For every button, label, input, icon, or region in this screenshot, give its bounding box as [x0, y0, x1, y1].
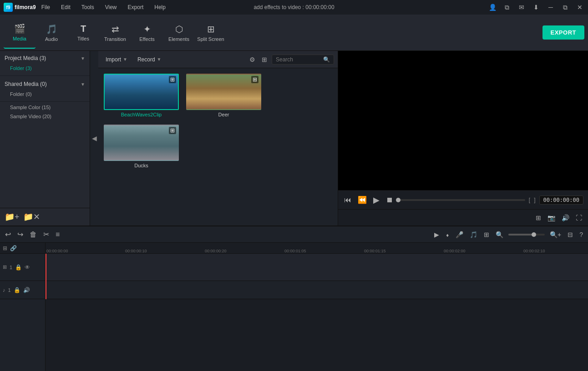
minimize-button[interactable]: ─	[546, 3, 555, 12]
audio-track-1-row[interactable]	[46, 281, 588, 299]
collapse-panel-button[interactable]: ◀	[90, 51, 98, 226]
sidebar-item-sample-color[interactable]: Sample Color (15)	[0, 103, 90, 112]
app-logo: f9 filmora9	[4, 3, 36, 12]
ruler-mark-3: 00:00:01:05	[284, 249, 306, 253]
redo-button[interactable]: ↪	[16, 229, 25, 240]
import-chevron: ▼	[123, 57, 127, 62]
media-item-beach[interactable]: ⊞ BeachWaves2Clip	[104, 74, 179, 117]
toolbar-item-titles[interactable]: T Titles	[67, 17, 99, 49]
video-track-1-visible[interactable]: 👁	[25, 264, 30, 271]
adjust-button[interactable]: ≡	[54, 229, 61, 240]
titles-icon: T	[81, 24, 86, 34]
transition-label: Transition	[104, 36, 126, 42]
search-box: 🔍	[272, 55, 334, 65]
timeline-play-button[interactable]: ▶	[433, 230, 441, 240]
timeline-insert-button[interactable]: ⊞	[482, 230, 491, 240]
preview-fullscreen-button[interactable]: ⛶	[574, 213, 583, 223]
preview-toolbar: ⊞ 📷 🔊 ⛶	[338, 209, 588, 226]
toolbar-item-split-screen[interactable]: ⊞ Split Screen	[195, 17, 227, 49]
mail-icon[interactable]: ✉	[517, 3, 526, 12]
video-track-1-lock[interactable]: 🔒	[15, 264, 22, 271]
restore-button[interactable]: ⧉	[561, 3, 570, 12]
timeline-track-labels: ⊞ 🔗 ⊞ 1 🔒 👁 ♪ 1 🔒 🔊	[0, 243, 46, 371]
project-media-header[interactable]: Project Media (3) ▼	[0, 53, 90, 64]
timeline-zoom-out-button[interactable]: 🔍	[494, 230, 505, 240]
video-track-1-row[interactable]	[46, 254, 588, 281]
preview-screen-mode-button[interactable]: ⊞	[534, 213, 542, 223]
timeline-mic-button[interactable]: 🎤	[454, 230, 465, 240]
filter-icon[interactable]: ⚙	[248, 54, 257, 65]
add-folder-button[interactable]: 📁+	[5, 212, 20, 222]
menu-edit[interactable]: Edit	[59, 3, 72, 11]
titles-label: Titles	[77, 36, 89, 41]
toolbar-item-transition[interactable]: ⇄ Transition	[99, 17, 131, 49]
menu-file[interactable]: File	[40, 3, 52, 11]
timeline-zoom-in-button[interactable]: 🔍+	[548, 230, 563, 240]
sidebar-divider-2	[0, 101, 90, 102]
record-label: Record	[137, 56, 155, 63]
audio-track-1-sound[interactable]: 🔊	[23, 287, 30, 293]
preview-progress-bar[interactable]	[398, 199, 525, 201]
toolbar-item-audio[interactable]: 🎵 Audio	[35, 17, 67, 49]
menu-export[interactable]: Export	[126, 3, 146, 11]
menu-help[interactable]: Help	[152, 3, 167, 11]
preview-snapshot-button[interactable]: 📷	[546, 213, 557, 223]
timeline-snap-button[interactable]: ⊞	[3, 245, 7, 251]
preview-progress-dot	[396, 198, 400, 202]
project-media-section: Project Media (3) ▼ Folder (3)	[0, 51, 90, 75]
preview-skip-back-button[interactable]: ⏮	[343, 195, 353, 206]
menu-tools[interactable]: Tools	[80, 3, 96, 11]
sidebar-item-folder-3[interactable]: Folder (3)	[0, 64, 90, 73]
export-button[interactable]: EXPORT	[542, 25, 584, 40]
effects-label: Effects	[139, 36, 154, 42]
record-button[interactable]: Record ▼	[134, 55, 165, 65]
timeline-tracks-area[interactable]: 00:00:00:00 00:00:00:10 00:00:00:20 00:0…	[46, 243, 588, 371]
toolbar-item-media[interactable]: 🎬 Media	[4, 17, 35, 49]
preview-controls: ⏮ ⏪ ▶ ⏹ [ ] 00:00:00:00	[338, 190, 588, 209]
delete-folder-button[interactable]: 📁✕	[23, 212, 40, 222]
elements-label: Elements	[168, 36, 189, 42]
media-label: Media	[13, 36, 26, 41]
import-button[interactable]: Import ▼	[102, 55, 131, 65]
timeline-link-button[interactable]: 🔗	[10, 245, 17, 251]
screens-icon[interactable]: ⧉	[502, 3, 512, 12]
shared-media-header[interactable]: Shared Media (0) ▼	[0, 79, 90, 90]
close-button[interactable]: ✕	[575, 3, 584, 12]
media-thumb-beach: ⊞	[104, 74, 179, 110]
elements-icon: ⬡	[175, 24, 183, 35]
titlebar-right: 👤 ⧉ ✉ ⬇ ─ ⧉ ✕	[488, 3, 584, 12]
cut-button[interactable]: ✂	[42, 229, 51, 240]
shared-media-section: Shared Media (0) ▼ Folder (0)	[0, 77, 90, 100]
timeline-help-button[interactable]: ?	[578, 230, 584, 240]
download-icon[interactable]: ⬇	[532, 3, 541, 12]
timeline-zoom-slider[interactable]	[508, 234, 545, 236]
undo-button[interactable]: ↩	[4, 229, 12, 240]
timeline-audio-button[interactable]: 🎵	[468, 230, 479, 240]
toolbar-item-elements[interactable]: ⬡ Elements	[163, 17, 195, 49]
menu-view[interactable]: View	[103, 3, 119, 11]
grid-view-icon[interactable]: ⊞	[260, 54, 269, 65]
user-icon[interactable]: 👤	[488, 3, 497, 12]
beach-grid-icon: ⊞	[169, 76, 176, 83]
delete-button[interactable]: 🗑	[28, 229, 38, 240]
media-item-deer[interactable]: ⊞ Deer	[186, 74, 261, 117]
timeline-toolbar: ↩ ↪ 🗑 ✂ ≡ ▶ ⬧ 🎤 🎵 ⊞ 🔍 🔍+ ⊟ ?	[0, 226, 588, 243]
record-chevron: ▼	[157, 57, 162, 62]
timeline-mark-in-button[interactable]: ⬧	[444, 230, 451, 240]
audio-track-1-lock[interactable]: 🔒	[14, 287, 20, 293]
beach-grid-overlay: ⊞	[169, 76, 176, 83]
video-track-1-number: 1	[10, 265, 12, 270]
deer-label: Deer	[218, 112, 229, 117]
sidebar-item-sample-video[interactable]: Sample Video (20)	[0, 112, 90, 121]
timeline-fit-button[interactable]: ⊟	[566, 230, 574, 240]
deer-grid-overlay: ⊞	[251, 76, 259, 83]
preview-play-button[interactable]: ▶	[372, 194, 381, 206]
media-thumb-deer: ⊞	[186, 74, 261, 110]
media-item-ducks[interactable]: ⊞ Ducks	[104, 125, 179, 168]
search-input[interactable]	[276, 56, 321, 63]
preview-step-back-button[interactable]: ⏪	[356, 194, 368, 206]
preview-volume-button[interactable]: 🔊	[560, 213, 571, 223]
sidebar-item-folder-0[interactable]: Folder (0)	[0, 90, 90, 99]
preview-stop-button[interactable]: ⏹	[385, 195, 395, 206]
toolbar-item-effects[interactable]: ✦ Effects	[131, 17, 163, 49]
